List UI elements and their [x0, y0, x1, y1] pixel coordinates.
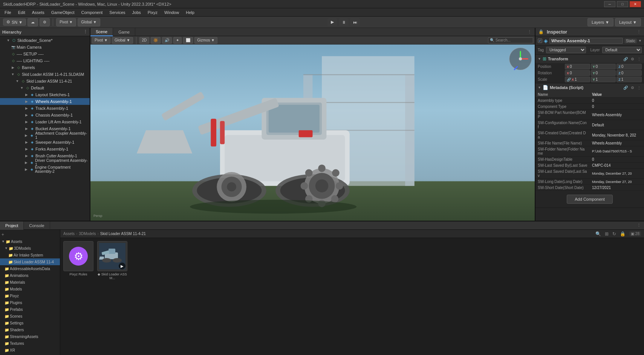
hierarchy-item-maincamera[interactable]: 📷 Main Camera: [0, 44, 90, 51]
hierarchy-item-attachment[interactable]: ▶ ◈ Attachment Coupler Assembly-1: [0, 132, 90, 139]
project-tree-animations[interactable]: 📁 Animations: [0, 272, 60, 279]
project-tree-textures[interactable]: 📁 Textures: [0, 340, 60, 347]
metadata-more-icon[interactable]: ⋮: [636, 85, 642, 90]
project-search-icon[interactable]: 🔍: [595, 231, 601, 237]
rotation-x[interactable]: X0: [565, 70, 590, 76]
project-tree-addressable[interactable]: 📁 AddressableAssetsData: [0, 265, 60, 272]
project-tree-3dmodels[interactable]: ▼ 📁 3DModels: [0, 245, 60, 252]
project-tree-plugins[interactable]: 📁 Plugins: [0, 299, 60, 306]
transform-settings-icon[interactable]: ⚙: [630, 56, 635, 61]
menu-jobs[interactable]: Jobs: [129, 9, 144, 15]
scale-z[interactable]: Z1: [616, 77, 642, 82]
inspector-menu-icon[interactable]: ⋮: [637, 29, 641, 34]
breadcrumb-assets[interactable]: Assets: [63, 232, 75, 236]
scale-y[interactable]: Y1: [591, 77, 616, 82]
menu-gameobject[interactable]: GameObject: [48, 9, 78, 15]
pivot-dropdown[interactable]: Pivot ▼: [92, 37, 110, 44]
2d-button[interactable]: 2D: [139, 37, 150, 44]
metadata-link-icon[interactable]: 🔗: [623, 85, 628, 90]
hierarchy-item-barrels[interactable]: ▶ ◇ Barrels: [0, 64, 90, 71]
menu-assets[interactable]: Assets: [29, 9, 47, 15]
light-button[interactable]: 🔆: [151, 37, 161, 44]
hierarchy-item-default[interactable]: ▼ ◇ Default: [0, 85, 90, 91]
asset-skidloader-model[interactable]: ▶ ◆ Skid Loader ASSM...: [97, 241, 127, 280]
tag-select[interactable]: Untagged: [546, 47, 586, 53]
transform-header[interactable]: ▼ ⊞ Transform 🔗 ⚙ ⋮: [535, 55, 644, 63]
menu-services[interactable]: Services: [106, 9, 128, 15]
project-refresh-icon[interactable]: ↻: [612, 231, 616, 237]
viewport-menu-icon[interactable]: ⋮: [525, 29, 535, 34]
position-z[interactable]: Z0: [616, 64, 642, 69]
project-tree-airintake[interactable]: 📁 Air Intake System: [0, 252, 60, 258]
project-tree-prefabs[interactable]: 📁 Prefabs: [0, 306, 60, 313]
add-component-button[interactable]: Add Component: [567, 195, 613, 204]
play-button[interactable]: ▶: [327, 18, 337, 26]
breadcrumb-skidloader[interactable]: Skid Loader ASSM 11-4-21: [100, 232, 146, 236]
menu-component[interactable]: Component: [78, 9, 106, 15]
project-tree-streaming[interactable]: 📁 StreamingAssets: [0, 333, 60, 340]
hierarchy-item-forks[interactable]: ▶ ◈ Forks Assembly-1: [0, 146, 90, 152]
asset-pixyz-rules[interactable]: ⚙ Pixyz Rules: [63, 241, 93, 276]
tab-console[interactable]: Console: [24, 221, 50, 230]
sn-button[interactable]: ⚙ SN ▼: [3, 18, 26, 26]
maximize-button[interactable]: □: [617, 1, 628, 7]
cloud-button[interactable]: ☁: [28, 18, 38, 26]
project-tree-pixyz[interactable]: 📁 Pixyz: [0, 292, 60, 299]
hierarchy-item-skidloader-assm[interactable]: ▼ ◇ Skid Loader ASSM 11-4-21.SLDASM: [0, 71, 90, 78]
global-button[interactable]: Global ▼: [78, 18, 100, 26]
step-button[interactable]: ⏭: [350, 18, 360, 26]
hierarchy-item-sweeper[interactable]: ▶ ◈ Sweeper Assembly-1: [0, 139, 90, 146]
menu-help[interactable]: Help: [183, 9, 197, 15]
hierarchy-item-scene[interactable]: ▼ ⬡ Skidloader_Scene*: [0, 37, 90, 44]
rotation-y[interactable]: Y0: [591, 70, 616, 76]
position-x[interactable]: X0: [565, 64, 590, 69]
object-name[interactable]: Wheels Assembly-1: [549, 38, 623, 44]
scale-x[interactable]: 🔗 X1: [565, 77, 590, 82]
tab-project[interactable]: Project: [0, 221, 24, 230]
breadcrumb-3dmodels[interactable]: 3DModels: [79, 232, 96, 236]
static-chevron-icon[interactable]: ▼: [638, 39, 642, 43]
lock-icon[interactable]: 🔒: [538, 29, 544, 34]
gizmos-button[interactable]: Gizmos ▼: [194, 37, 217, 44]
minimize-button[interactable]: ─: [604, 1, 615, 7]
menu-edit[interactable]: Edit: [15, 9, 28, 15]
hierarchy-item-setup[interactable]: ◇ ---- SETUP ----: [0, 51, 90, 57]
metadata-header[interactable]: ▼ 📄 Metadata (Script) 🔗 ⚙ ⋮: [535, 83, 644, 92]
project-tree-materials[interactable]: 📁 Materials: [0, 279, 60, 286]
pivot-button[interactable]: Pivot ▼: [56, 18, 76, 26]
project-tree-scenes[interactable]: 📁 Scenes: [0, 313, 60, 320]
hierarchy-item-chassis[interactable]: ▶ ◈ Chassis Assembly-1: [0, 112, 90, 118]
hierarchy-menu-icon[interactable]: ⋮: [83, 29, 87, 34]
hierarchy-item-lighting[interactable]: ◇ ---- LIGHTING ----: [0, 57, 90, 64]
audio-button[interactable]: 🔊: [162, 37, 172, 44]
close-button[interactable]: ✕: [630, 1, 641, 7]
add-item-icon[interactable]: +: [2, 232, 4, 237]
scene-view-button[interactable]: ⬜: [183, 37, 193, 44]
hierarchy-item-engine[interactable]: ▶ ◈ Engine Compartment Assembly-2: [0, 166, 90, 173]
project-tree-models[interactable]: 📁 Models: [0, 286, 60, 292]
project-tree-shaders[interactable]: 📁 Shaders: [0, 326, 60, 333]
project-lock-icon[interactable]: 🔒: [620, 231, 626, 237]
project-tree-xr[interactable]: 📁 XR: [0, 347, 60, 353]
hierarchy-item-layout[interactable]: ▶ ◈ Layout Sketches-1: [0, 91, 90, 98]
static-dropdown[interactable]: Static: [624, 38, 637, 43]
bottom-panel-menu-icon[interactable]: ⋮: [634, 223, 644, 228]
global-dropdown[interactable]: Global ▼: [112, 37, 133, 44]
active-checkbox[interactable]: [538, 38, 542, 43]
menu-pixyz[interactable]: Pixyz: [145, 9, 161, 15]
hierarchy-item-wheels[interactable]: ▶ ◈ Wheels Assembly-1: [0, 98, 90, 105]
viewport-canvas[interactable]: Persp: [90, 45, 535, 221]
layout-button[interactable]: Layout ▼: [615, 18, 641, 26]
hierarchy-item-track[interactable]: ▶ ◈ Track Assembly-1: [0, 105, 90, 112]
fx-button[interactable]: ✦: [173, 37, 182, 44]
menu-file[interactable]: File: [2, 9, 14, 15]
transform-link-icon[interactable]: 🔗: [623, 56, 628, 61]
settings-button[interactable]: ⚙: [40, 18, 50, 26]
position-y[interactable]: Y0: [591, 64, 616, 69]
metadata-settings-icon[interactable]: ⚙: [630, 85, 635, 90]
hierarchy-item-loader[interactable]: ▶ ◈ Loader Lift Arm Assembly-1: [0, 118, 90, 125]
project-tree-assets[interactable]: ▼ 📁 Assets: [0, 238, 60, 245]
scene-search-input[interactable]: 🔍 Search...: [488, 37, 533, 43]
transform-more-icon[interactable]: ⋮: [636, 56, 642, 61]
project-tree-settings[interactable]: 📁 Settings: [0, 320, 60, 326]
